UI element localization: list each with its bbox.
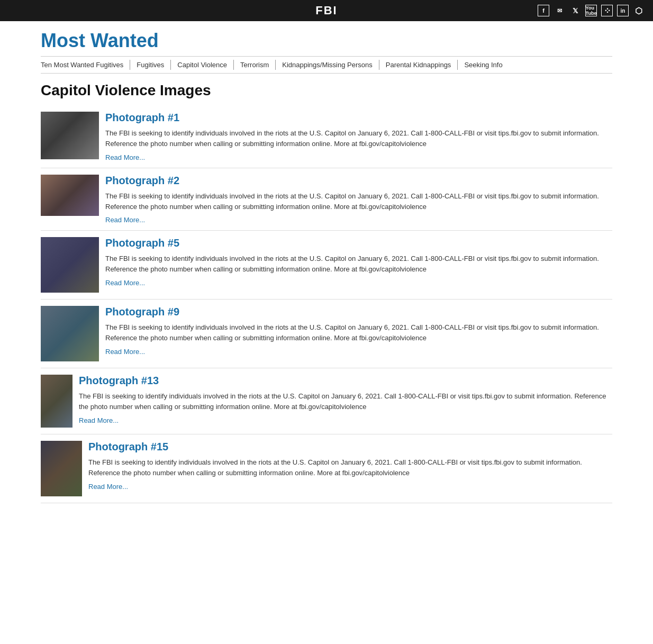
table-row: Photograph #5 The FBI is seeking to iden… — [41, 231, 612, 300]
entry-description-2: The FBI is seeking to identify individua… — [105, 191, 612, 212]
page-heading: Capitol Violence Images — [41, 74, 612, 105]
read-more-2[interactable]: Read More... — [105, 216, 612, 224]
youtube-icon[interactable]: YouTube — [585, 5, 597, 16]
table-row: Photograph #15 The FBI is seeking to ide… — [41, 434, 612, 503]
table-row: Photograph #13 The FBI is seeking to ide… — [41, 368, 612, 434]
entry-thumbnail-15 — [41, 441, 82, 496]
entry-title-15[interactable]: Photograph #15 — [88, 441, 612, 453]
facebook-icon[interactable]: f — [538, 5, 549, 16]
read-more-13[interactable]: Read More... — [79, 416, 119, 424]
flickr-icon[interactable]: ⁘ — [601, 5, 613, 16]
entry-thumbnail-13 — [41, 375, 72, 428]
entry-title-5[interactable]: Photograph #5 — [105, 237, 612, 249]
entry-body-2: Photograph #2 The FBI is seeking to iden… — [105, 175, 612, 224]
entry-body-5: Photograph #5 The FBI is seeking to iden… — [105, 237, 612, 287]
entry-description-13: The FBI is seeking to identify individua… — [79, 391, 612, 412]
page-content: Most Wanted Ten Most Wanted Fugitives Fu… — [35, 21, 618, 503]
entry-title-2[interactable]: Photograph #2 — [105, 175, 612, 187]
entry-body-13: Photograph #13 The FBI is seeking to ide… — [79, 375, 612, 424]
entry-body-1: Photograph #1 The FBI is seeking to iden… — [105, 112, 612, 161]
entry-description-15: The FBI is seeking to identify individua… — [88, 457, 612, 478]
linkedin-icon[interactable]: in — [617, 5, 629, 16]
entry-title-1[interactable]: Photograph #1 — [105, 112, 612, 124]
table-row: Photograph #2 The FBI is seeking to iden… — [41, 168, 612, 231]
entries-list: Photograph #1 The FBI is seeking to iden… — [41, 105, 612, 503]
entry-body-15: Photograph #15 The FBI is seeking to ide… — [88, 441, 612, 491]
nav-item-capitol-violence[interactable]: Capitol Violence — [171, 60, 234, 70]
top-bar: FBI f ✉ 𝕏 YouTube ⁘ in ⬡ — [0, 0, 653, 21]
nav-bar: Ten Most Wanted Fugitives Fugitives Capi… — [41, 56, 612, 74]
twitter-icon[interactable]: 𝕏 — [569, 5, 581, 16]
fbi-logo-title: FBI — [315, 4, 337, 17]
entry-thumbnail-1 — [41, 112, 99, 159]
entry-thumbnail-9 — [41, 306, 99, 361]
entry-title-13[interactable]: Photograph #13 — [79, 375, 612, 387]
instagram-icon[interactable]: ⬡ — [633, 5, 645, 16]
nav-item-ten-most-wanted[interactable]: Ten Most Wanted Fugitives — [41, 60, 130, 70]
nav-item-parental-kidnappings[interactable]: Parental Kidnappings — [379, 60, 458, 70]
nav-item-terrorism[interactable]: Terrorism — [234, 60, 276, 70]
most-wanted-title: Most Wanted — [41, 21, 612, 56]
nav-item-kidnappings[interactable]: Kidnappings/Missing Persons — [276, 60, 379, 70]
nav-item-fugitives[interactable]: Fugitives — [130, 60, 171, 70]
social-icons-group: f ✉ 𝕏 YouTube ⁘ in ⬡ — [538, 5, 645, 16]
read-more-9[interactable]: Read More... — [105, 348, 145, 356]
entry-description-9: The FBI is seeking to identify individua… — [105, 322, 612, 343]
entry-thumbnail-2 — [41, 175, 99, 216]
read-more-15[interactable]: Read More... — [88, 483, 128, 491]
entry-thumbnail-5 — [41, 237, 99, 293]
entry-description-1: The FBI is seeking to identify individua… — [105, 128, 612, 149]
entry-body-9: Photograph #9 The FBI is seeking to iden… — [105, 306, 612, 356]
table-row: Photograph #1 The FBI is seeking to iden… — [41, 105, 612, 168]
email-icon[interactable]: ✉ — [554, 5, 565, 16]
entry-description-5: The FBI is seeking to identify individua… — [105, 253, 612, 274]
read-more-1[interactable]: Read More... — [105, 153, 145, 161]
entry-title-9[interactable]: Photograph #9 — [105, 306, 612, 318]
nav-item-seeking-info[interactable]: Seeking Info — [458, 60, 509, 70]
read-more-5[interactable]: Read More... — [105, 279, 145, 287]
table-row: Photograph #9 The FBI is seeking to iden… — [41, 300, 612, 368]
